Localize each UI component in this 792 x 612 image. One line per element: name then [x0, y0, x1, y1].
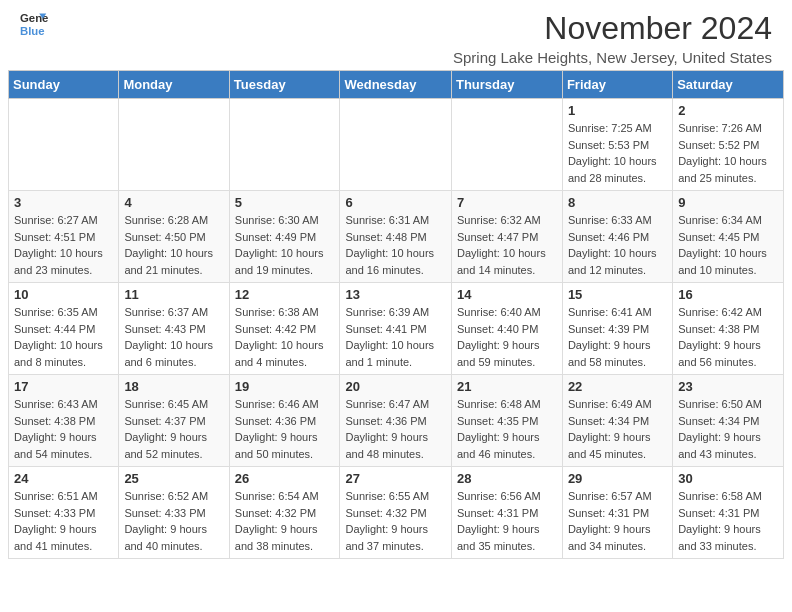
day-number: 15: [568, 287, 667, 302]
day-number: 6: [345, 195, 446, 210]
calendar-cell: 23Sunrise: 6:50 AM Sunset: 4:34 PM Dayli…: [673, 375, 784, 467]
day-info: Sunrise: 6:56 AM Sunset: 4:31 PM Dayligh…: [457, 488, 557, 554]
day-info: Sunrise: 6:39 AM Sunset: 4:41 PM Dayligh…: [345, 304, 446, 370]
calendar-cell: 12Sunrise: 6:38 AM Sunset: 4:42 PM Dayli…: [229, 283, 340, 375]
calendar-cell: [451, 99, 562, 191]
calendar-cell: 17Sunrise: 6:43 AM Sunset: 4:38 PM Dayli…: [9, 375, 119, 467]
column-header-saturday: Saturday: [673, 71, 784, 99]
title-block: November 2024 Spring Lake Heights, New J…: [453, 10, 772, 66]
logo: General Blue: [20, 10, 48, 38]
day-info: Sunrise: 6:52 AM Sunset: 4:33 PM Dayligh…: [124, 488, 223, 554]
day-number: 27: [345, 471, 446, 486]
calendar-cell: 8Sunrise: 6:33 AM Sunset: 4:46 PM Daylig…: [562, 191, 672, 283]
day-info: Sunrise: 6:50 AM Sunset: 4:34 PM Dayligh…: [678, 396, 778, 462]
calendar-cell: 26Sunrise: 6:54 AM Sunset: 4:32 PM Dayli…: [229, 467, 340, 559]
day-number: 8: [568, 195, 667, 210]
day-number: 25: [124, 471, 223, 486]
calendar-cell: 4Sunrise: 6:28 AM Sunset: 4:50 PM Daylig…: [119, 191, 229, 283]
day-info: Sunrise: 6:33 AM Sunset: 4:46 PM Dayligh…: [568, 212, 667, 278]
calendar-cell: 24Sunrise: 6:51 AM Sunset: 4:33 PM Dayli…: [9, 467, 119, 559]
page-header: General Blue November 2024 Spring Lake H…: [0, 0, 792, 70]
day-number: 24: [14, 471, 113, 486]
day-info: Sunrise: 6:35 AM Sunset: 4:44 PM Dayligh…: [14, 304, 113, 370]
day-number: 4: [124, 195, 223, 210]
day-number: 16: [678, 287, 778, 302]
day-number: 10: [14, 287, 113, 302]
day-number: 30: [678, 471, 778, 486]
calendar-cell: 25Sunrise: 6:52 AM Sunset: 4:33 PM Dayli…: [119, 467, 229, 559]
day-info: Sunrise: 6:37 AM Sunset: 4:43 PM Dayligh…: [124, 304, 223, 370]
day-number: 13: [345, 287, 446, 302]
calendar-table: SundayMondayTuesdayWednesdayThursdayFrid…: [8, 70, 784, 559]
day-info: Sunrise: 6:42 AM Sunset: 4:38 PM Dayligh…: [678, 304, 778, 370]
day-info: Sunrise: 6:47 AM Sunset: 4:36 PM Dayligh…: [345, 396, 446, 462]
day-info: Sunrise: 6:32 AM Sunset: 4:47 PM Dayligh…: [457, 212, 557, 278]
calendar-cell: 18Sunrise: 6:45 AM Sunset: 4:37 PM Dayli…: [119, 375, 229, 467]
calendar-cell: [9, 99, 119, 191]
column-header-wednesday: Wednesday: [340, 71, 452, 99]
calendar-week-5: 24Sunrise: 6:51 AM Sunset: 4:33 PM Dayli…: [9, 467, 784, 559]
calendar-cell: 5Sunrise: 6:30 AM Sunset: 4:49 PM Daylig…: [229, 191, 340, 283]
day-info: Sunrise: 6:58 AM Sunset: 4:31 PM Dayligh…: [678, 488, 778, 554]
calendar-cell: 10Sunrise: 6:35 AM Sunset: 4:44 PM Dayli…: [9, 283, 119, 375]
day-number: 18: [124, 379, 223, 394]
day-info: Sunrise: 6:38 AM Sunset: 4:42 PM Dayligh…: [235, 304, 335, 370]
day-info: Sunrise: 6:31 AM Sunset: 4:48 PM Dayligh…: [345, 212, 446, 278]
day-number: 19: [235, 379, 335, 394]
day-info: Sunrise: 6:55 AM Sunset: 4:32 PM Dayligh…: [345, 488, 446, 554]
calendar-week-4: 17Sunrise: 6:43 AM Sunset: 4:38 PM Dayli…: [9, 375, 784, 467]
day-info: Sunrise: 6:27 AM Sunset: 4:51 PM Dayligh…: [14, 212, 113, 278]
calendar-cell: 7Sunrise: 6:32 AM Sunset: 4:47 PM Daylig…: [451, 191, 562, 283]
day-number: 1: [568, 103, 667, 118]
day-info: Sunrise: 6:28 AM Sunset: 4:50 PM Dayligh…: [124, 212, 223, 278]
day-number: 2: [678, 103, 778, 118]
calendar-cell: [119, 99, 229, 191]
day-number: 12: [235, 287, 335, 302]
day-number: 21: [457, 379, 557, 394]
column-header-sunday: Sunday: [9, 71, 119, 99]
calendar-cell: [229, 99, 340, 191]
day-info: Sunrise: 6:30 AM Sunset: 4:49 PM Dayligh…: [235, 212, 335, 278]
calendar-header-row: SundayMondayTuesdayWednesdayThursdayFrid…: [9, 71, 784, 99]
calendar-cell: 16Sunrise: 6:42 AM Sunset: 4:38 PM Dayli…: [673, 283, 784, 375]
calendar-week-2: 3Sunrise: 6:27 AM Sunset: 4:51 PM Daylig…: [9, 191, 784, 283]
day-info: Sunrise: 6:49 AM Sunset: 4:34 PM Dayligh…: [568, 396, 667, 462]
day-number: 17: [14, 379, 113, 394]
day-info: Sunrise: 6:34 AM Sunset: 4:45 PM Dayligh…: [678, 212, 778, 278]
calendar-week-3: 10Sunrise: 6:35 AM Sunset: 4:44 PM Dayli…: [9, 283, 784, 375]
svg-text:Blue: Blue: [20, 25, 45, 37]
day-info: Sunrise: 7:26 AM Sunset: 5:52 PM Dayligh…: [678, 120, 778, 186]
calendar-cell: 15Sunrise: 6:41 AM Sunset: 4:39 PM Dayli…: [562, 283, 672, 375]
day-number: 23: [678, 379, 778, 394]
calendar-cell: 22Sunrise: 6:49 AM Sunset: 4:34 PM Dayli…: [562, 375, 672, 467]
main-title: November 2024: [453, 10, 772, 47]
calendar-cell: [340, 99, 452, 191]
subtitle: Spring Lake Heights, New Jersey, United …: [453, 49, 772, 66]
column-header-friday: Friday: [562, 71, 672, 99]
day-info: Sunrise: 6:40 AM Sunset: 4:40 PM Dayligh…: [457, 304, 557, 370]
calendar-cell: 13Sunrise: 6:39 AM Sunset: 4:41 PM Dayli…: [340, 283, 452, 375]
calendar-week-1: 1Sunrise: 7:25 AM Sunset: 5:53 PM Daylig…: [9, 99, 784, 191]
calendar-cell: 1Sunrise: 7:25 AM Sunset: 5:53 PM Daylig…: [562, 99, 672, 191]
column-header-tuesday: Tuesday: [229, 71, 340, 99]
calendar-cell: 29Sunrise: 6:57 AM Sunset: 4:31 PM Dayli…: [562, 467, 672, 559]
day-number: 20: [345, 379, 446, 394]
day-info: Sunrise: 6:51 AM Sunset: 4:33 PM Dayligh…: [14, 488, 113, 554]
calendar-cell: 19Sunrise: 6:46 AM Sunset: 4:36 PM Dayli…: [229, 375, 340, 467]
day-info: Sunrise: 6:54 AM Sunset: 4:32 PM Dayligh…: [235, 488, 335, 554]
day-info: Sunrise: 6:41 AM Sunset: 4:39 PM Dayligh…: [568, 304, 667, 370]
calendar-cell: 3Sunrise: 6:27 AM Sunset: 4:51 PM Daylig…: [9, 191, 119, 283]
calendar-cell: 14Sunrise: 6:40 AM Sunset: 4:40 PM Dayli…: [451, 283, 562, 375]
day-number: 14: [457, 287, 557, 302]
calendar-container: SundayMondayTuesdayWednesdayThursdayFrid…: [0, 70, 792, 567]
day-number: 28: [457, 471, 557, 486]
day-info: Sunrise: 6:46 AM Sunset: 4:36 PM Dayligh…: [235, 396, 335, 462]
calendar-cell: 27Sunrise: 6:55 AM Sunset: 4:32 PM Dayli…: [340, 467, 452, 559]
day-info: Sunrise: 6:48 AM Sunset: 4:35 PM Dayligh…: [457, 396, 557, 462]
day-info: Sunrise: 7:25 AM Sunset: 5:53 PM Dayligh…: [568, 120, 667, 186]
day-number: 22: [568, 379, 667, 394]
calendar-cell: 20Sunrise: 6:47 AM Sunset: 4:36 PM Dayli…: [340, 375, 452, 467]
column-header-monday: Monday: [119, 71, 229, 99]
day-info: Sunrise: 6:45 AM Sunset: 4:37 PM Dayligh…: [124, 396, 223, 462]
calendar-cell: 11Sunrise: 6:37 AM Sunset: 4:43 PM Dayli…: [119, 283, 229, 375]
